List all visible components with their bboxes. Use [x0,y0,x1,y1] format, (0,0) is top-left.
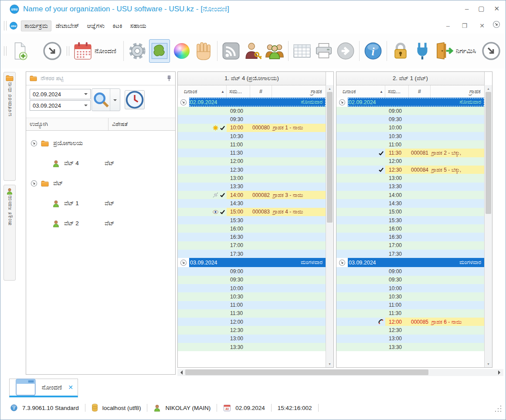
appointment-row[interactable]: 10:00000080ಗ್ರಾಹಕ 1 - ನಾಯಿ [178,124,326,132]
collapse-icon[interactable] [31,180,37,187]
horizontal-scrollbar[interactable] [177,369,503,376]
tab-register[interactable]: ನೋಂದಣಿ ✕ [9,379,78,397]
time-slot-row[interactable]: 15:30 [336,216,485,224]
column-header-employee[interactable]: ಉದ್ಯೋಗಿ [26,118,109,130]
column-header-date[interactable]: ದಿನಾಂಕ▲ [178,85,227,98]
time-slot-row[interactable]: 14:00 [336,191,485,199]
info-button[interactable]: i [363,40,383,62]
feed-button[interactable] [221,40,241,62]
colors-button[interactable] [172,40,192,62]
register-label[interactable]: ನೋಂದಣಿ [95,47,116,55]
menubar-overflow-icon[interactable] [492,20,500,28]
time-slot-row[interactable]: 09:30 [336,276,485,284]
time-slot-row[interactable]: 17:30 [336,250,485,258]
date-group-row[interactable]: 02.09.2024ಸೋಮವಾರ [178,98,326,107]
vertical-scroll-thumb[interactable] [486,92,491,214]
time-slot-row[interactable]: 12:30 [336,326,485,334]
tree-row-employee[interactable]: ವೆಟ್ 2ವೆಟ್ [26,213,175,234]
time-slot-row[interactable]: 10:30 [336,292,485,301]
date-group-row[interactable]: 03.09.2024ಮಂಗಳವಾರ [178,258,326,267]
column-header-date[interactable]: ದಿನಾಂಕ▲ [336,85,385,98]
table-button[interactable] [292,40,312,62]
toolbar-grip2[interactable] [4,46,7,56]
user-access-button[interactable] [243,40,263,62]
tree-row-group[interactable]: ಪ್ರಯೋಗಾಲಯ [26,133,175,153]
time-slot-row[interactable]: 11:30 [178,149,326,157]
register-button[interactable] [73,40,93,62]
toolbar-overflow-button[interactable] [481,40,501,62]
menu-item-2[interactable]: ಆಜ್ಞೆಗಳು [83,20,108,31]
column-header-time[interactable]: ಸಮ... [385,85,409,98]
menu-item-4[interactable]: ಸಹಾಯ [127,20,150,31]
date-group-row[interactable]: 02.09.2024ಸೋಮವಾರ [336,98,485,107]
scroll-left-arrow[interactable] [177,369,184,376]
time-slot-row[interactable]: 09:00 [336,267,485,275]
appointment-row[interactable]: 14:00000082ಗ್ರಾಹಕ 3 - ನಾಯಿ [178,191,326,199]
tree-row-employee[interactable]: ವೆಟ್ 4ವೆಟ್ [26,153,175,173]
time-slot-row[interactable]: 13:00 [336,335,485,343]
new-record-button[interactable] [10,40,30,62]
time-slot-row[interactable]: 11:00 [336,140,485,149]
collapse-icon[interactable] [31,140,37,147]
time-slot-row[interactable]: 14:30 [336,199,485,207]
settings-button[interactable] [127,40,147,62]
time-slot-row[interactable]: 10:00 [336,284,485,292]
maximize-button[interactable]: ▢ [478,5,484,13]
column-header-customer[interactable]: ಗ್ರಾಹಕ [431,85,484,98]
minimize-button[interactable]: – [465,5,469,13]
horizontal-scroll-thumb[interactable] [185,369,428,375]
time-slot-row[interactable]: 09:30 [178,276,326,284]
date-group-row[interactable]: 03.09.2024ಮಂಗಳವಾರ [336,258,485,267]
time-slot-row[interactable]: 16:30 [178,233,326,241]
tree-row-employee[interactable]: ವೆಟ್ 1ವೆಟ್ [26,193,175,213]
exit-button[interactable] [434,40,454,62]
collapse-icon[interactable] [180,99,187,106]
date-from-input[interactable]: 02.09.2024 [30,89,91,99]
sidebar-tab-user-menu[interactable]: ಬಳಕೆದಾರರ ಮೆನು [3,72,16,181]
time-slot-row[interactable]: 13:00 [178,174,326,182]
column-header-number[interactable]: # [409,85,431,98]
scroll-down-arrow[interactable]: ▼ [326,360,333,367]
users-button[interactable] [265,40,285,62]
time-slot-row[interactable]: 15:00 [336,208,485,216]
menu-item-0[interactable]: ಕಾರ್ಯಕ್ರಮ [21,20,51,31]
time-slot-row[interactable]: 13:30 [336,343,485,351]
scroll-up-arrow[interactable]: ▲ [485,85,492,92]
print-button[interactable] [314,40,334,62]
time-slot-row[interactable]: 11:00 [178,301,326,309]
column-header-specialty[interactable]: ವಿಶೇಷತೆ [109,118,175,130]
sidebar-tab-tech-support[interactable]: ತಾಂತ್ರಿಕ ಸಹಾಯ [3,185,16,281]
column-header-number[interactable]: # [250,85,272,98]
time-slot-row[interactable]: 11:30 [178,309,326,318]
appointment-row[interactable]: 12:00000085ಗ್ರಾಹಕ 6 - ನಾಯಿ [336,318,485,326]
mdi-minimize-button[interactable]: – [446,22,450,29]
mdi-close-button[interactable]: ✕ [479,22,485,29]
time-slot-row[interactable]: 09:00 [178,107,326,115]
collapse-icon[interactable] [339,259,346,266]
time-slot-row[interactable]: 11:30 [336,309,485,318]
pin-icon[interactable] [166,75,172,81]
tab-close-icon[interactable]: ✕ [68,384,73,391]
time-slot-row[interactable]: 12:00 [178,318,326,326]
next-button[interactable] [336,40,356,62]
scroll-right-arrow[interactable] [496,369,503,376]
date-to-input[interactable]: 03.09.2024 [30,100,91,111]
lock-button[interactable] [391,40,411,62]
scroll-down-arrow[interactable]: ▼ [485,360,492,367]
time-slot-row[interactable]: 15:30 [178,216,326,224]
time-slot-row[interactable]: 09:30 [336,115,485,123]
connection-button[interactable] [412,40,432,62]
exit-label[interactable]: ನಿರ್ಗಮಿಸಿ [456,47,476,55]
resize-grip[interactable] [495,406,501,412]
time-slot-row[interactable]: 17:30 [178,250,326,258]
time-slot-row[interactable]: 16:00 [336,224,485,233]
map-button[interactable] [149,39,170,63]
time-slot-row[interactable]: 09:00 [336,107,485,115]
time-slot-row[interactable]: 12:30 [178,166,326,174]
vertical-scrollbar[interactable]: ▲▼ [484,85,492,367]
scroll-up-arrow[interactable]: ▲ [326,85,333,92]
time-slot-row[interactable]: 14:30 [178,199,326,207]
toolbar-dropdown-button[interactable] [42,40,62,62]
appointment-row[interactable]: 12:30000084ಗ್ರಾಹಕ 5 - ಬೆಕ್ಕು, [336,166,485,174]
toolbar-grip[interactable] [4,21,7,30]
